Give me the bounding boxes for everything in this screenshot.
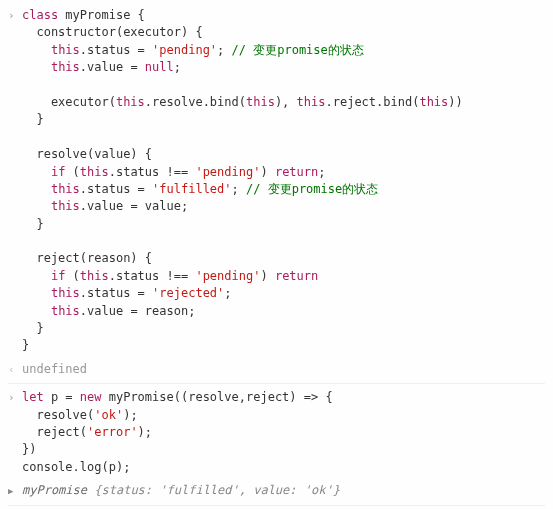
code-token: (	[65, 165, 79, 179]
console-output[interactable]: class myPromise { constructor(executor) …	[8, 4, 545, 509]
code-token: this	[51, 60, 80, 74]
code-token: return	[275, 269, 318, 283]
code-token: null	[145, 60, 174, 74]
code-token: class	[22, 8, 58, 22]
code-token	[22, 199, 51, 213]
code-token: new	[80, 390, 102, 404]
code-token: // 变更promise的状态	[232, 43, 364, 57]
expand-arrow-icon[interactable]	[8, 482, 22, 499]
code-token: this	[80, 269, 109, 283]
entry-content: myPromise {status: 'fulfilled', value: '…	[22, 482, 545, 499]
code-token: if	[51, 269, 65, 283]
code-token: 'pending'	[195, 269, 260, 283]
code-token: let	[22, 390, 44, 404]
code-token: )	[260, 269, 274, 283]
code-token	[22, 286, 51, 300]
code-token: this	[419, 95, 448, 109]
input-marker-icon	[8, 7, 22, 24]
code-token: if	[51, 165, 65, 179]
code-token: this	[51, 199, 80, 213]
console-entry: myPromise {status: 'fulfilled', value: '…	[8, 479, 545, 502]
entry-content: undefined	[22, 361, 545, 378]
code-token: .resolve.bind(	[145, 95, 246, 109]
code-token: 'pending'	[195, 165, 260, 179]
code-token: // 变更promise的状态	[246, 182, 378, 196]
separator	[8, 505, 545, 506]
code-token: return	[275, 165, 318, 179]
code-token: 'ok'	[94, 408, 123, 422]
object-class-name: myPromise	[22, 483, 87, 497]
undefined-value: undefined	[22, 362, 87, 376]
code-token: .value =	[80, 60, 145, 74]
code-token: 'error'	[87, 425, 138, 439]
code-token: ;	[232, 182, 246, 196]
code-token: 'fulfilled'	[152, 182, 231, 196]
code-token: ),	[275, 95, 297, 109]
code-token: this	[51, 182, 80, 196]
code-token: 'rejected'	[152, 286, 224, 300]
code-token: this	[51, 304, 80, 318]
code-token	[22, 60, 51, 74]
code-token: this	[80, 165, 109, 179]
code-token: .status !==	[109, 269, 196, 283]
code-token: p =	[44, 390, 80, 404]
code-token: this	[297, 95, 326, 109]
code-token: ;	[217, 43, 231, 57]
code-token: this	[51, 43, 80, 57]
console-entry: let p = new myPromise((resolve,reject) =…	[8, 386, 545, 479]
entry-content: class myPromise { constructor(executor) …	[22, 7, 545, 355]
code-token: .status =	[80, 286, 152, 300]
separator	[8, 383, 545, 384]
entry-content: let p = new myPromise((resolve,reject) =…	[22, 389, 545, 476]
console-entry: class myPromise { constructor(executor) …	[8, 4, 545, 358]
code-token: 'pending'	[152, 43, 217, 57]
code-token: (	[65, 269, 79, 283]
input-marker-icon	[8, 389, 22, 406]
code-token: this	[116, 95, 145, 109]
code-token: .reject.bind(	[325, 95, 419, 109]
console-entry: undefined	[8, 358, 545, 381]
object-preview[interactable]: {status: 'fulfilled', value: 'ok'}	[87, 483, 340, 497]
code-token: .status =	[80, 182, 152, 196]
code-token: .status !==	[109, 165, 196, 179]
output-marker-icon	[8, 361, 22, 378]
code-token: this	[51, 286, 80, 300]
code-token: .status =	[80, 43, 152, 57]
code-token: this	[246, 95, 275, 109]
code-token: )	[260, 165, 274, 179]
